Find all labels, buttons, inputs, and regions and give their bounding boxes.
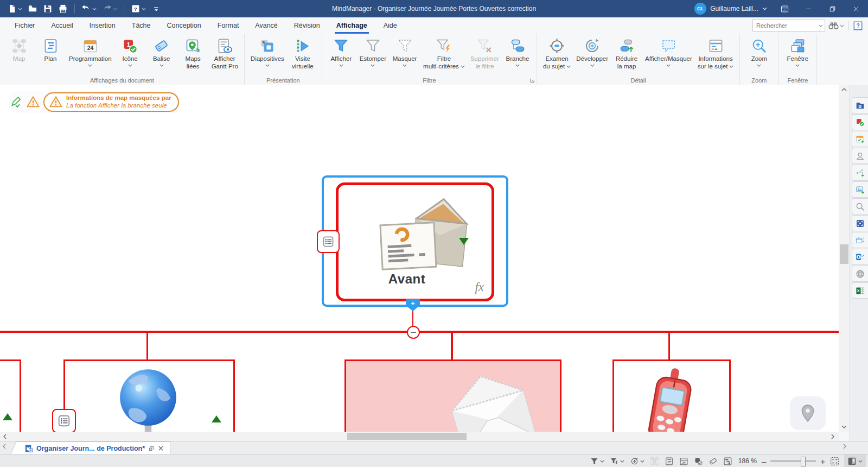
ribbon-button-afficher-masquer[interactable]: Afficher/Masquer [642,36,695,68]
topic-notes-icon[interactable] [52,409,76,432]
account-menu[interactable]: GL Guillaume Laill... [689,0,773,17]
tab-accueil[interactable]: Accueil [43,17,81,34]
ribbon-button-afficher-gantt-pro[interactable]: Afficher Gantt Pro [209,36,241,71]
help-button[interactable]: ? [129,3,148,15]
expand-indicator[interactable] [3,413,12,420]
ribbon-button-fenêtre[interactable]: Fenêtre [782,36,813,68]
document-tab[interactable]: Organiser Journ... de Production* [16,441,170,455]
float-tab-icon[interactable] [148,445,155,452]
ribbon-button-filtre-multi-critères[interactable]: Filtre multi-critères [420,36,468,71]
task-pane-tab-search[interactable] [852,198,868,214]
tab-tâche[interactable]: Tâche [124,17,159,34]
topic-notes-icon[interactable] [317,230,340,253]
email-topic[interactable] [344,359,561,432]
task-pane-tab-library[interactable] [852,97,868,113]
status-schedule-view-button[interactable]: 24 [679,457,688,466]
tab-révision[interactable]: Révision [286,17,328,34]
task-pane-tab-map-parts[interactable] [852,165,868,181]
warning-triangle-icon[interactable] [26,96,40,108]
dialog-launcher-icon[interactable] [529,78,535,83]
undo-button[interactable] [80,3,98,15]
horizontal-scroll-thumb[interactable] [347,433,467,440]
phone-topic[interactable] [612,359,731,432]
new-document-button[interactable] [5,3,24,15]
print-button[interactable] [56,3,69,15]
close-button[interactable] [844,0,868,17]
clipped-left-topic[interactable] [0,359,21,432]
ribbon-button-informations-sur-le-sujet[interactable]: Informations sur le sujet [695,36,737,71]
map-canvas[interactable]: Informations de map masquées par La fonc… [0,85,839,432]
ribbon-button-programmation[interactable]: 24Programmation [66,36,114,68]
tab-scroll-right[interactable] [843,444,846,449]
help-button[interactable]: ? [853,21,863,30]
tab-conception[interactable]: Conception [159,17,209,34]
customize-quick-access-button[interactable] [150,3,163,15]
ribbon-button-visite-virtuelle[interactable]: Visite virtuelle [287,36,318,71]
tab-insertion[interactable]: Insertion [81,17,124,34]
tab-affichage[interactable]: Affichage [328,17,375,34]
minimize-button[interactable] [796,0,820,17]
ribbon-button-zoom[interactable]: Zoom [743,36,775,68]
save-button[interactable] [41,3,54,15]
scroll-right-arrow[interactable] [828,432,838,441]
zoom-out-button[interactable]: – [762,457,766,465]
task-pane-tab-images[interactable] [852,181,868,198]
vertical-scrollbar[interactable] [839,85,850,432]
task-pane-tab-file-windows[interactable] [852,232,868,248]
close-tab-icon[interactable] [158,445,164,451]
ribbon-button-réduire-la-map[interactable]: Réduire la map [611,36,642,71]
ribbon-display-options-button[interactable] [773,0,796,17]
task-pane-tab-map-markers[interactable] [852,114,868,130]
zoom-slider-track[interactable] [770,460,816,462]
restore-button[interactable] [820,0,844,17]
zoom-slider-handle[interactable] [801,457,806,466]
status-icons-view-button[interactable] [694,457,703,466]
tab-format[interactable]: Format [209,17,247,34]
task-pane-tab-snap[interactable] [852,215,868,231]
add-subtopic-button[interactable]: + [406,299,420,311]
find-button[interactable] [828,21,844,30]
scroll-left-arrow[interactable] [0,432,10,441]
tab-scroll-left[interactable] [3,444,6,449]
expand-indicator[interactable] [212,415,221,422]
status-power-filter-button[interactable] [630,457,644,466]
open-file-button[interactable] [26,3,39,15]
zoom-in-button[interactable]: + [820,457,825,465]
task-pane-tab-contacts[interactable] [852,148,868,164]
ribbon-button-plan[interactable]: Plan [35,36,66,64]
ribbon-button-développer[interactable]: Développer [573,36,611,68]
task-pane-tab-outlook[interactable] [852,249,868,265]
ribbon-button-maps-liées[interactable]: Maps liées [177,36,209,71]
search-input[interactable] [752,20,825,31]
horizontal-scrollbar[interactable] [0,432,839,441]
ribbon-button-afficher[interactable]: Afficher [326,36,357,68]
status-outline-view-button[interactable] [665,457,674,466]
topic-avant[interactable]: Avant fx [322,175,508,307]
locate-map-button[interactable] [790,396,826,430]
ribbon-button-estomper[interactable]: Estomper [357,36,389,68]
show-detail-control[interactable] [844,455,866,467]
globe-topic[interactable] [63,359,235,432]
status-filter-button[interactable] [590,457,604,466]
tab-avancé[interactable]: Avancé [247,17,285,34]
ribbon-button-masquer[interactable]: Masquer [389,36,420,68]
subtopics-collapsed-indicator[interactable] [459,238,469,245]
status-tags-view-button[interactable] [709,457,718,466]
map-warning-banner[interactable]: Informations de map masquées par La fonc… [43,92,179,112]
scroll-up-arrow[interactable] [839,85,850,94]
status-gantt-view-button[interactable] [723,457,732,466]
tab-aide[interactable]: Aide [375,17,405,34]
ribbon-button-branche[interactable]: Branche [502,36,533,68]
fit-map-button[interactable] [830,457,839,466]
task-pane-tab-web[interactable] [852,266,868,282]
vertical-scroll-thumb[interactable] [840,244,848,264]
task-pane-tab-excel[interactable]: X [852,282,868,299]
ribbon-button-icône[interactable]: 1Icône [114,36,146,68]
redo-button[interactable] [100,3,119,15]
search-scope-caret[interactable] [819,24,823,27]
formula-badge[interactable]: fx [475,280,484,294]
collapse-branch-control[interactable] [407,326,420,339]
ribbon-button-examen-du-sujet[interactable]: Examen du sujet [540,36,573,71]
ribbon-button-balise[interactable]: Balise [146,36,177,68]
tab-fichier[interactable]: Fichier [7,17,43,34]
